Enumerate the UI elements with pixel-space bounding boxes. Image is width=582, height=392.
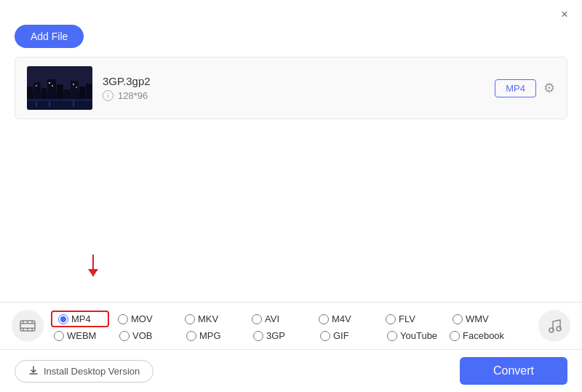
format-row-1: MP4 MOV MKV AVI M4V bbox=[51, 311, 531, 327]
svg-rect-18 bbox=[49, 101, 50, 107]
bottom-panel: MP4 MOV MKV AVI M4V bbox=[0, 302, 582, 392]
format-label-gif: GIF bbox=[333, 330, 349, 341]
svg-rect-20 bbox=[36, 102, 37, 107]
file-list: 3GP.3gp2 i 128*96 MP4 ⚙ bbox=[15, 57, 567, 119]
format-row-2: WEBM VOB MPG 3GP GIF bbox=[51, 330, 531, 341]
file-thumbnail bbox=[27, 66, 92, 110]
format-option-youtube[interactable]: YouTube bbox=[387, 330, 445, 341]
format-option-mkv[interactable]: MKV bbox=[185, 313, 243, 324]
radio-youtube[interactable] bbox=[387, 331, 397, 341]
svg-rect-28 bbox=[27, 329, 28, 332]
music-note-icon bbox=[547, 318, 562, 334]
svg-rect-17 bbox=[27, 99, 92, 101]
format-option-vob[interactable]: VOB bbox=[119, 330, 178, 341]
svg-rect-24 bbox=[23, 321, 24, 323]
svg-rect-11 bbox=[49, 82, 50, 84]
download-icon bbox=[28, 366, 39, 376]
format-label-flv: FLV bbox=[399, 313, 415, 324]
file-info: 3GP.3gp2 i 128*96 bbox=[103, 75, 485, 101]
format-label-mov: MOV bbox=[131, 313, 153, 324]
radio-avi[interactable] bbox=[252, 314, 262, 324]
film-icon bbox=[20, 318, 36, 334]
radio-mkv[interactable] bbox=[185, 314, 195, 324]
svg-rect-15 bbox=[36, 85, 37, 87]
svg-rect-29 bbox=[32, 329, 33, 332]
format-label-mp4: MP4 bbox=[71, 313, 91, 324]
format-options: MP4 MOV MKV AVI M4V bbox=[51, 311, 531, 341]
svg-rect-27 bbox=[23, 329, 24, 332]
radio-gif[interactable] bbox=[320, 331, 330, 341]
video-format-icon[interactable] bbox=[12, 310, 44, 342]
radio-mpg[interactable] bbox=[186, 331, 196, 341]
svg-rect-22 bbox=[20, 323, 35, 324]
radio-webm[interactable] bbox=[54, 331, 64, 341]
arrow-down bbox=[92, 255, 94, 276]
action-bar: Install Desktop Version Convert bbox=[0, 349, 582, 392]
music-format-icon[interactable] bbox=[538, 310, 570, 342]
radio-vob[interactable] bbox=[119, 331, 129, 341]
add-file-button[interactable]: Add File bbox=[15, 25, 84, 48]
svg-rect-13 bbox=[73, 84, 74, 85]
arrow-indicator bbox=[92, 255, 94, 276]
svg-rect-25 bbox=[27, 321, 28, 323]
file-dimensions: 128*96 bbox=[118, 90, 148, 101]
format-option-mpg[interactable]: MPG bbox=[186, 330, 244, 341]
radio-mov[interactable] bbox=[118, 314, 128, 324]
format-option-wmv[interactable]: WMV bbox=[453, 313, 511, 324]
format-option-flv[interactable]: FLV bbox=[386, 313, 444, 324]
install-label: Install Desktop Version bbox=[44, 366, 140, 377]
title-bar: × bbox=[0, 0, 582, 25]
format-label-avi: AVI bbox=[265, 313, 279, 324]
format-panel: MP4 MOV MKV AVI M4V bbox=[0, 302, 582, 349]
format-label-wmv: WMV bbox=[466, 313, 489, 324]
svg-rect-19 bbox=[73, 100, 74, 107]
format-label-youtube: YouTube bbox=[400, 330, 437, 341]
format-option-facebook[interactable]: Facebook bbox=[450, 330, 508, 341]
settings-icon[interactable]: ⚙ bbox=[543, 80, 555, 96]
format-option-mp4[interactable]: MP4 bbox=[51, 311, 109, 327]
close-button[interactable]: × bbox=[557, 7, 572, 22]
format-option-3gp[interactable]: 3GP bbox=[253, 330, 311, 341]
file-actions: MP4 ⚙ bbox=[495, 79, 555, 97]
format-label-mpg: MPG bbox=[199, 330, 221, 341]
format-option-webm[interactable]: WEBM bbox=[54, 330, 112, 341]
thumbnail-image bbox=[27, 66, 92, 110]
radio-mp4[interactable] bbox=[58, 314, 68, 324]
file-name: 3GP.3gp2 bbox=[103, 75, 485, 87]
svg-rect-26 bbox=[32, 321, 33, 323]
radio-flv[interactable] bbox=[386, 314, 396, 324]
radio-3gp[interactable] bbox=[253, 331, 263, 341]
format-option-avi[interactable]: AVI bbox=[252, 313, 310, 324]
format-label-m4v: M4V bbox=[332, 313, 351, 324]
format-option-mov[interactable]: MOV bbox=[118, 313, 176, 324]
radio-m4v[interactable] bbox=[319, 314, 329, 324]
convert-button[interactable]: Convert bbox=[460, 357, 567, 385]
format-label-facebook: Facebook bbox=[463, 330, 504, 341]
file-meta: i 128*96 bbox=[103, 90, 485, 101]
format-label-webm: WEBM bbox=[67, 330, 96, 341]
city-svg bbox=[27, 66, 92, 110]
svg-rect-12 bbox=[52, 85, 53, 87]
format-option-gif[interactable]: GIF bbox=[320, 330, 378, 341]
format-badge[interactable]: MP4 bbox=[495, 79, 536, 97]
format-label-3gp: 3GP bbox=[266, 330, 285, 341]
format-label-mkv: MKV bbox=[198, 313, 218, 324]
radio-facebook[interactable] bbox=[450, 331, 460, 341]
svg-rect-14 bbox=[76, 87, 77, 88]
info-icon: i bbox=[103, 90, 113, 101]
format-option-m4v[interactable]: M4V bbox=[319, 313, 377, 324]
radio-wmv[interactable] bbox=[453, 314, 463, 324]
toolbar: Add File bbox=[0, 25, 582, 57]
install-desktop-button[interactable]: Install Desktop Version bbox=[15, 360, 154, 383]
format-label-vob: VOB bbox=[132, 330, 152, 341]
